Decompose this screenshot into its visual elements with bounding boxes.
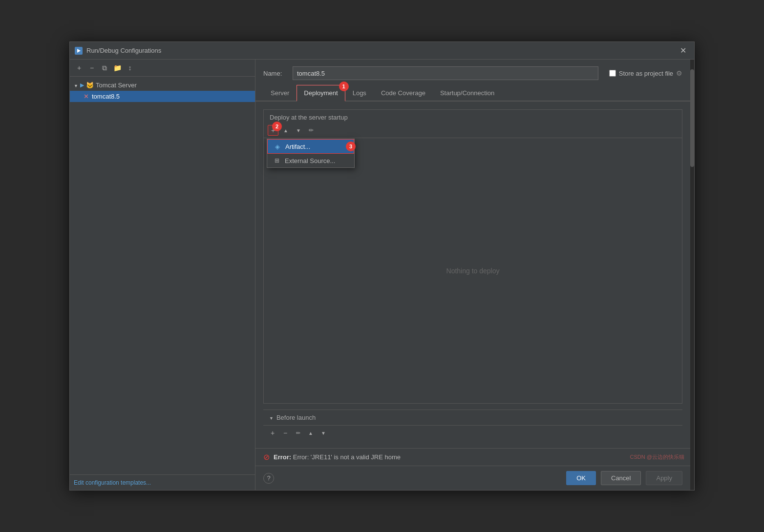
edit-deploy-button[interactable]: ✏ <box>306 125 317 136</box>
dialog-title: Run/Debug Configurations <box>86 47 161 54</box>
up-before-launch-button[interactable]: ▲ <box>305 428 316 438</box>
tomcat-server-group-header[interactable]: ▶ 🐱 Tomcat Server <box>70 80 255 91</box>
deploy-header: Deploy at the server startup <box>264 110 682 123</box>
tomcat-group-label: Tomcat Server <box>96 82 137 89</box>
tab-server[interactable]: Server <box>263 85 297 102</box>
sort-config-button[interactable]: ↕ <box>125 62 135 73</box>
add-deploy-button[interactable]: + 2 <box>268 125 278 136</box>
move-down-button[interactable]: ▼ <box>293 125 304 136</box>
artifact-icon: ◈ <box>274 143 281 150</box>
tab-logs[interactable]: Logs <box>345 85 374 102</box>
tab-startup-connection[interactable]: Startup/Connection <box>433 85 502 102</box>
deploy-empty-text: Nothing to deploy <box>264 138 682 403</box>
error-bar: ⊘ Error: Error: 'JRE11' is not a valid J… <box>255 448 690 466</box>
tomcat-config-icon: ✕ <box>84 93 89 100</box>
deploy-toolbar: + 2 ▲ ▼ ✏ <box>264 123 682 138</box>
edit-templates-link[interactable]: Edit configuration templates... <box>74 479 151 486</box>
tomcat-group: ▶ 🐱 Tomcat Server ✕ tomcat8.5 <box>70 79 255 103</box>
store-project-checkbox[interactable] <box>609 70 616 77</box>
right-panel: Name: Store as project file ⚙ Server Dep… <box>255 60 690 490</box>
artifact-item-badge: 3 <box>346 142 356 151</box>
store-project-label: Store as project file <box>619 70 673 77</box>
ok-button[interactable]: OK <box>566 471 596 485</box>
left-footer: Edit configuration templates... <box>70 474 255 490</box>
add-before-launch-button[interactable]: + <box>267 428 278 438</box>
add-deploy-badge: 2 <box>272 122 282 131</box>
error-message: Error: Error: 'JRE11' is not a valid JRE… <box>274 453 401 461</box>
tomcat-config-item[interactable]: ✕ tomcat8.5 <box>70 91 255 102</box>
folder-config-button[interactable]: 📁 <box>112 62 123 73</box>
main-content: Deploy at the server startup + 2 ▲ ▼ <box>255 102 690 448</box>
close-button[interactable]: ✕ <box>677 45 689 56</box>
gear-icon[interactable]: ⚙ <box>676 69 682 77</box>
before-launch-chevron <box>269 414 274 421</box>
right-scrollbar[interactable] <box>690 60 694 490</box>
artifact-dropdown-item[interactable]: ◈ Artifact... 3 <box>267 139 354 154</box>
before-launch-header[interactable]: Before launch <box>263 410 682 425</box>
before-launch-toolbar: + − ✏ ▲ ▼ <box>263 425 682 440</box>
copy-config-button[interactable]: ⧉ <box>99 62 110 73</box>
tab-deployment[interactable]: Deployment 1 <box>297 85 345 102</box>
remove-config-button[interactable]: − <box>86 62 97 73</box>
name-row: Name: Store as project file ⚙ <box>255 60 690 85</box>
store-project-section: Store as project file ⚙ <box>609 69 682 77</box>
scrollbar-thumb <box>690 69 694 167</box>
error-icon: ⊘ <box>263 452 270 462</box>
deployment-tab-badge: 1 <box>339 82 349 91</box>
left-panel: + − ⧉ 📁 ↕ ▶ 🐱 Tomcat Server ✕ tomcat8 <box>70 60 255 490</box>
chevron-down-icon <box>74 82 78 89</box>
dialog-footer: ? OK Cancel Apply <box>255 466 690 490</box>
move-up-button[interactable]: ▲ <box>280 125 291 136</box>
cancel-button[interactable]: Cancel <box>601 471 641 485</box>
before-launch-section: Before launch + − ✏ ▲ ▼ <box>263 409 682 440</box>
dialog-content: + − ⧉ 📁 ↕ ▶ 🐱 Tomcat Server ✕ tomcat8 <box>70 60 694 490</box>
external-source-dropdown-item[interactable]: ⊞ External Source... <box>267 154 354 167</box>
add-config-button[interactable]: + <box>74 62 85 73</box>
tabs-row: Server Deployment 1 Logs Code Coverage S… <box>255 85 690 102</box>
help-button[interactable]: ? <box>263 473 274 484</box>
name-input[interactable] <box>293 66 598 80</box>
remove-before-launch-button[interactable]: − <box>280 428 291 438</box>
edit-before-launch-button[interactable]: ✏ <box>293 428 303 438</box>
deploy-section: Deploy at the server startup + 2 ▲ ▼ <box>263 109 682 404</box>
run-icon: ▶ <box>80 82 84 88</box>
dialog-icon <box>75 47 83 55</box>
external-source-icon: ⊞ <box>273 157 281 164</box>
title-bar: Run/Debug Configurations ✕ <box>70 42 694 60</box>
tomcat-config-label: tomcat8.5 <box>92 93 120 100</box>
left-toolbar: + − ⧉ 📁 ↕ <box>70 60 255 77</box>
down-before-launch-button[interactable]: ▼ <box>318 428 329 438</box>
deploy-dropdown-menu: ◈ Artifact... 3 ⊞ External Source... <box>267 139 355 168</box>
apply-button[interactable]: Apply <box>646 471 682 485</box>
tab-code-coverage[interactable]: Code Coverage <box>374 85 433 102</box>
name-label: Name: <box>263 70 288 77</box>
config-tree: ▶ 🐱 Tomcat Server ✕ tomcat8.5 <box>70 77 255 474</box>
run-debug-dialog: Run/Debug Configurations ✕ + − ⧉ 📁 ↕ ▶ 🐱 <box>69 41 695 491</box>
tomcat-icon: 🐱 <box>86 82 94 89</box>
